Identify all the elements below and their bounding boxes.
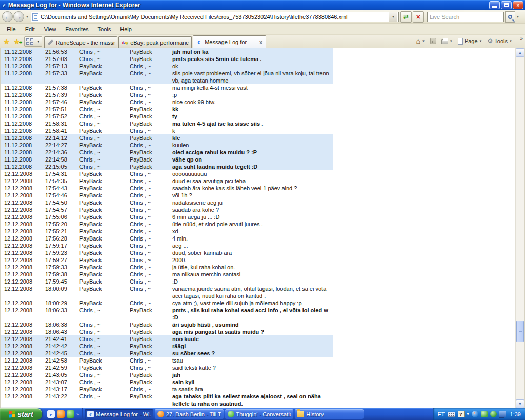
quick-launch-ie-icon[interactable]: e (47, 410, 55, 418)
log-to: PayBack (130, 378, 172, 386)
tools-menu-button[interactable]: ⚙ Tools▼ (485, 36, 515, 46)
taskbar-button[interactable]: Thuggin' - Conversation (225, 409, 294, 419)
menu-item-view[interactable]: View (39, 25, 61, 34)
page-icon (458, 38, 463, 45)
scroll-up-button[interactable]: ▲ (516, 48, 524, 57)
log-time: 17:54:31 (45, 170, 79, 177)
log-row: 12.12.200821:43:17PayBackChris , ~ta saa… (1, 386, 333, 393)
back-button[interactable]: ← (2, 11, 13, 22)
home-button[interactable]: ⌂▼ (413, 36, 427, 46)
taskbar-button[interactable]: History (295, 409, 364, 419)
log-message: sain kyll (172, 378, 333, 386)
menu-item-help[interactable]: Help (115, 25, 136, 34)
log-to: Chris , ~ (130, 63, 172, 70)
folder-task-icon (297, 411, 304, 417)
tab-ebay[interactable]: ebayeBay: peak performance, Sp... (118, 36, 192, 48)
vertical-scrollbar[interactable]: ▲ ▼ (515, 48, 524, 408)
start-button[interactable]: start (0, 408, 42, 420)
address-dropdown-icon[interactable]: ▼ (389, 12, 397, 22)
forward-button[interactable]: → (13, 11, 24, 22)
stop-button[interactable]: × (413, 11, 424, 23)
log-date: 12.12.2008 (1, 170, 45, 177)
log-message: siis pole vast probleemi, vb sõber ei jõ… (172, 70, 333, 84)
log-from: PayBack (79, 264, 130, 271)
search-input[interactable]: Live Search (427, 12, 504, 22)
log-date: 11.12.2008 (1, 55, 45, 63)
refresh-button[interactable]: ⇄ (400, 11, 412, 23)
log-row: 12.12.200817:59:38PayBackChris , ~ma nii… (1, 271, 333, 278)
tray-collapse-icon[interactable]: ▾ (467, 412, 469, 416)
menu-item-favorites[interactable]: Favorites (60, 25, 93, 34)
log-row: 11.12.200822:14:12Chris , ~PayBackkle (1, 134, 333, 142)
log-row: 12.12.200818:06:38Chris , ~PayBackäri su… (1, 321, 333, 328)
log-to: PayBack (130, 149, 172, 156)
toolbar-overflow-icon[interactable]: » (520, 36, 523, 42)
search-button[interactable] (505, 11, 515, 23)
log-from: Chris , ~ (79, 350, 130, 357)
log-to: PayBack (130, 307, 172, 321)
keyboard-icon[interactable] (448, 412, 455, 417)
add-favorite-icon[interactable]: ★ (12, 37, 23, 46)
menu-item-file[interactable]: File (2, 25, 21, 34)
log-from: Chris , ~ (79, 156, 130, 163)
quick-launch-winamp-icon[interactable] (57, 410, 65, 418)
printer-icon (441, 39, 448, 44)
log-date: 12.12.2008 (1, 307, 45, 321)
page-menu-button[interactable]: Page▼ (455, 37, 485, 46)
feeds-button[interactable] (428, 37, 439, 45)
history-dropdown-icon[interactable]: ▼ (26, 15, 29, 18)
menu-item-edit[interactable]: Edit (21, 25, 39, 34)
log-date: 12.12.2008 (1, 343, 45, 350)
log-date: 12.12.2008 (1, 335, 45, 343)
log-message: su sõber sees ? (172, 350, 333, 357)
scrollbar-thumb[interactable] (516, 321, 524, 342)
tab-list-dropdown-icon[interactable]: ▼ (35, 36, 42, 47)
log-from: Chris , ~ (79, 328, 130, 335)
log-date: 12.12.2008 (1, 228, 45, 235)
taskbar-button[interactable]: eMessage Log for - Wi... (85, 409, 153, 419)
search-options-dropdown-icon[interactable]: ▼ (516, 15, 519, 18)
quick-launch-messenger-icon[interactable] (67, 410, 74, 418)
log-message: kk (172, 106, 333, 113)
print-button[interactable]: ▼ (439, 37, 455, 45)
tray-status-icon[interactable] (490, 411, 497, 417)
log-from: PayBack (79, 278, 130, 285)
log-time: 18:06:38 (45, 321, 79, 328)
tray-app-icon[interactable] (472, 411, 478, 417)
home-icon: ⌂ (416, 37, 420, 45)
tab-rs[interactable]: RuneScape - the massive onli... (44, 36, 117, 48)
log-time: 17:59:45 (45, 278, 79, 285)
tab-strip: RuneScape - the massive onli...ebayeBay:… (44, 35, 267, 48)
task-label: History (306, 411, 324, 417)
log-from: Chris , ~ (79, 321, 130, 328)
quick-tabs-button[interactable] (24, 36, 35, 47)
close-button[interactable]: × (513, 1, 523, 9)
log-to: PayBack (130, 163, 172, 170)
menu-item-tools[interactable]: Tools (93, 25, 116, 34)
tab-close-icon[interactable]: x (258, 39, 264, 45)
log-row: 12.12.200817:56:28PayBackChris , ~4 min. (1, 235, 333, 242)
log-to: Chris , ~ (130, 177, 172, 185)
log-time: 22:14:12 (45, 134, 79, 142)
help-tray-icon[interactable]: ? (458, 411, 465, 417)
favorites-center-icon[interactable]: ★ (1, 37, 12, 46)
minimize-button[interactable] (489, 1, 500, 9)
tray-messenger-icon[interactable] (481, 411, 488, 417)
log-time: 17:55:21 (45, 228, 79, 235)
tab-ie[interactable]: eMessage Log forx (193, 35, 266, 48)
address-input[interactable]: C:\Documents and Settings\Omanik\My Docu… (31, 12, 399, 22)
log-row: 12.12.200817:55:21PayBackChris , ~xd (1, 228, 333, 235)
scroll-down-button[interactable]: ▼ (516, 399, 524, 408)
log-from: PayBack (79, 91, 130, 98)
quick-launch-overflow-icon[interactable]: » (76, 412, 79, 417)
log-message: jah (172, 371, 333, 378)
restore-button[interactable] (501, 1, 512, 9)
winamp-task-icon (157, 411, 164, 417)
taskbar-button[interactable]: 27. Dash Berlin - Till T... (155, 409, 224, 419)
log-date: 12.12.2008 (1, 393, 45, 407)
log-row: 12.12.200817:59:27PayBackChris , ~2000.- (1, 256, 333, 264)
tray-network-icon[interactable] (499, 411, 506, 417)
log-to: PayBack (130, 55, 172, 63)
language-indicator[interactable]: ET (438, 411, 445, 417)
log-row: 12.12.200818:06:43Chris , ~PayBackaga mi… (1, 328, 333, 335)
